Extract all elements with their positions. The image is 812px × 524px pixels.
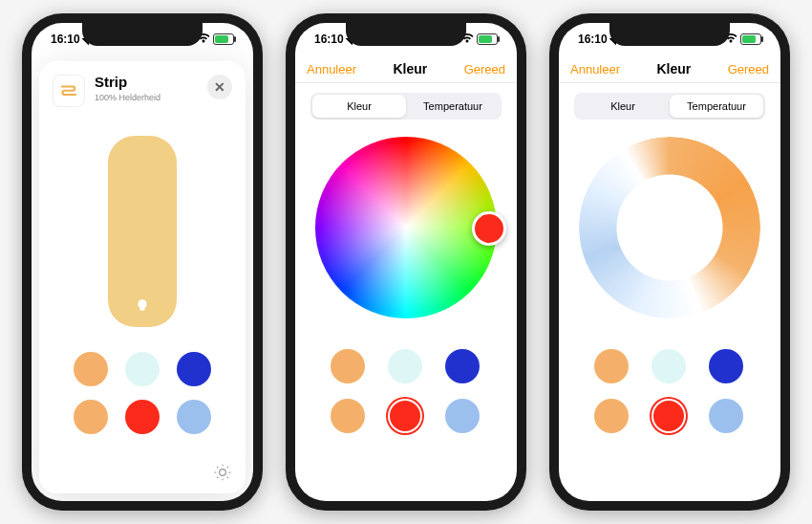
notch xyxy=(82,23,203,46)
status-time: 16:10 xyxy=(314,33,344,46)
battery-icon xyxy=(740,33,761,45)
color-wheel-knob[interactable] xyxy=(472,211,506,246)
phone-3: 16:10 Annuleer Kleur Gereed Kleu xyxy=(549,13,790,511)
swatch-3[interactable] xyxy=(177,352,211,386)
screen-1: 16:10 xyxy=(32,23,253,501)
segment-color[interactable]: Kleur xyxy=(312,95,406,118)
swatch-5-selected[interactable] xyxy=(652,399,686,433)
status-time: 16:10 xyxy=(51,33,80,46)
swatch-3[interactable] xyxy=(709,349,743,383)
page-title: Kleur xyxy=(393,61,427,76)
nav-bar: Annuleer Kleur Gereed xyxy=(295,55,517,83)
accessory-subtitle: 100% Helderheid xyxy=(95,93,160,102)
cancel-button[interactable]: Annuleer xyxy=(307,62,356,76)
notch xyxy=(609,23,730,46)
swatch-5[interactable] xyxy=(125,400,160,434)
mode-segment: Kleur Temperatuur xyxy=(310,93,502,120)
swatch-grid xyxy=(74,352,211,434)
swatch-grid xyxy=(331,349,481,433)
swatch-grid xyxy=(594,349,745,433)
swatch-6[interactable] xyxy=(445,399,480,433)
screen-2: 16:10 Annuleer Kleur Gereed Kleu xyxy=(295,23,517,501)
accessory-modal: Strip 100% Helderheid ✕ xyxy=(39,61,246,493)
swatch-4[interactable] xyxy=(594,399,629,433)
close-button[interactable]: ✕ xyxy=(207,75,232,99)
swatch-2[interactable] xyxy=(388,349,422,383)
notch xyxy=(346,23,466,46)
battery-icon xyxy=(477,33,498,45)
swatch-4[interactable] xyxy=(74,400,108,434)
segment-temperature[interactable]: Temperatuur xyxy=(670,95,763,118)
nav-bar: Annuleer Kleur Gereed xyxy=(559,55,780,83)
phone-1: 16:10 xyxy=(22,13,263,511)
page-title: Kleur xyxy=(656,61,691,76)
swatch-3[interactable] xyxy=(445,349,480,383)
swatch-1[interactable] xyxy=(331,349,365,383)
accessory-title: Strip xyxy=(95,75,160,91)
cancel-button[interactable]: Annuleer xyxy=(570,62,620,76)
settings-button[interactable] xyxy=(213,463,232,482)
swatch-2[interactable] xyxy=(652,349,686,383)
bulb-icon xyxy=(135,298,150,314)
swatch-1[interactable] xyxy=(74,352,108,386)
temperature-ring[interactable] xyxy=(579,137,760,318)
done-button[interactable]: Gereed xyxy=(464,62,505,76)
screen-3: 16:10 Annuleer Kleur Gereed Kleu xyxy=(559,23,780,501)
strip-icon xyxy=(53,75,85,107)
phone-2: 16:10 Annuleer Kleur Gereed Kleu xyxy=(286,13,526,511)
swatch-2[interactable] xyxy=(125,352,160,386)
done-button[interactable]: Gereed xyxy=(728,62,769,76)
battery-icon xyxy=(213,33,234,45)
swatch-6[interactable] xyxy=(177,400,211,434)
swatch-4[interactable] xyxy=(331,399,365,433)
segment-temperature[interactable]: Temperatuur xyxy=(406,95,500,118)
status-time: 16:10 xyxy=(578,33,608,46)
segment-color[interactable]: Kleur xyxy=(576,95,670,118)
swatch-5-selected[interactable] xyxy=(388,399,422,433)
swatch-6[interactable] xyxy=(709,399,743,433)
mode-segment: Kleur Temperatuur xyxy=(574,93,765,120)
color-wheel[interactable] xyxy=(315,137,497,318)
swatch-1[interactable] xyxy=(594,349,629,383)
brightness-slider[interactable] xyxy=(108,136,177,327)
